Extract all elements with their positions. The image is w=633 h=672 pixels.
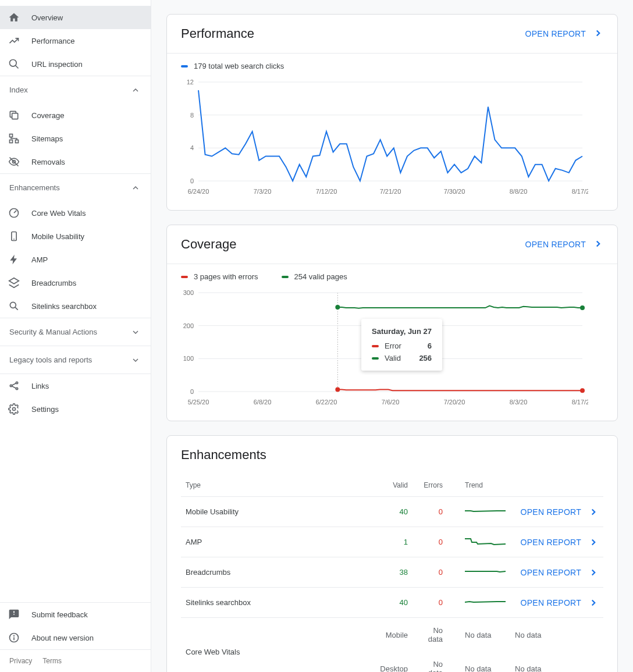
- svg-text:7/3/20: 7/3/20: [254, 188, 272, 195]
- svg-text:7/21/20: 7/21/20: [380, 188, 401, 195]
- svg-text:7/6/20: 7/6/20: [382, 399, 400, 406]
- coverage-tooltip: Saturday, Jun 27 Error 6 Valid 256: [361, 319, 442, 371]
- bolt-icon: [8, 254, 20, 265]
- enhancements-table: Type Valid Errors Trend Mobile Usability…: [181, 474, 603, 672]
- table-row: Core Web Vitals Mobile No data No data N…: [181, 618, 603, 652]
- tooltip-error-label: Error: [385, 342, 401, 350]
- trending-up-icon: [8, 35, 20, 47]
- svg-text:6/22/20: 6/22/20: [316, 399, 337, 406]
- open-report-performance-button[interactable]: OPEN REPORT: [525, 28, 603, 40]
- sidebar-item-label: Breadcrumbs: [31, 279, 76, 287]
- svg-line-1: [16, 66, 19, 69]
- open-report-enh-button[interactable]: OPEN REPORT: [515, 507, 599, 517]
- col-trend: Trend: [447, 474, 510, 497]
- sidebar-item-sitemaps[interactable]: Sitemaps: [0, 127, 151, 150]
- col-type: Type: [181, 474, 375, 497]
- performance-legend-clicks: 179 total web search clicks: [181, 62, 284, 70]
- coverage-card: Coverage OPEN REPORT 3 pages with errors…: [166, 225, 618, 421]
- sidebar-item-mobile-usability[interactable]: Mobile Usability: [0, 225, 151, 248]
- sidebar-section-legacy[interactable]: Legacy tools and reports: [0, 346, 151, 374]
- speed-icon: [8, 207, 20, 219]
- svg-line-17: [12, 383, 16, 385]
- sidebar-item-label: Overview: [31, 13, 63, 22]
- enhancements-card: Enhancements Type Valid Errors Trend Mob…: [166, 435, 618, 672]
- sidebar-item-settings[interactable]: Settings: [0, 397, 151, 421]
- sidebar-item-core-web-vitals[interactable]: Core Web Vitals: [0, 201, 151, 225]
- sidebar-section-index[interactable]: Index: [0, 76, 151, 104]
- svg-text:8/17/20: 8/17/20: [572, 188, 588, 195]
- open-report-enh-button[interactable]: OPEN REPORT: [515, 537, 599, 547]
- svg-rect-2: [12, 113, 18, 119]
- svg-text:7/12/20: 7/12/20: [316, 188, 337, 195]
- coverage-legend-errors: 3 pages with errors: [181, 272, 258, 281]
- svg-text:300: 300: [183, 289, 194, 296]
- cwv-nodata: No data: [412, 652, 447, 672]
- svg-text:8: 8: [190, 112, 194, 119]
- performance-card-title: Performance: [181, 26, 254, 41]
- svg-text:6/8/20: 6/8/20: [254, 399, 272, 406]
- svg-point-0: [10, 60, 17, 67]
- privacy-link[interactable]: Privacy: [9, 657, 32, 665]
- cwv-platform: Mobile: [375, 618, 412, 652]
- cwv-nodata: No data: [412, 618, 447, 652]
- cwv-nodata: No data: [510, 652, 603, 672]
- sidebar-item-label: Settings: [31, 405, 59, 414]
- sidebar-item-label: Sitemaps: [31, 134, 63, 143]
- sidebar-item-label: Removals: [31, 158, 65, 166]
- sidebar-item-coverage[interactable]: Coverage: [0, 104, 151, 127]
- legend-label: 254 valid pages: [294, 272, 347, 281]
- sidebar-item-overview[interactable]: Overview: [0, 6, 151, 29]
- open-report-coverage-button[interactable]: OPEN REPORT: [525, 239, 603, 251]
- chevron-right-icon: [593, 28, 603, 40]
- sidebar-item-submit-feedback[interactable]: Submit feedback: [0, 603, 151, 626]
- tooltip-valid-label: Valid: [385, 354, 401, 362]
- svg-text:0: 0: [190, 388, 194, 395]
- layers-icon: [8, 277, 20, 289]
- sidebar-item-removals[interactable]: Removals: [0, 150, 151, 173]
- chevron-down-icon: [130, 326, 141, 338]
- sidebar-item-about-new-version[interactable]: About new version: [0, 626, 151, 649]
- sidebar-section-enhancements[interactable]: Enhancements: [0, 173, 151, 201]
- open-report-enh-button[interactable]: OPEN REPORT: [515, 567, 599, 578]
- sidebar-section-security[interactable]: Security & Manual Actions: [0, 318, 151, 346]
- sidebar-item-label: Submit feedback: [31, 610, 88, 619]
- enh-trend: [447, 588, 510, 618]
- col-errors: Errors: [412, 474, 447, 497]
- sidebar-item-breadcrumbs[interactable]: Breadcrumbs: [0, 271, 151, 294]
- svg-text:12: 12: [187, 79, 194, 86]
- sidebar: Overview Performance URL inspection Inde…: [0, 0, 151, 672]
- svg-point-56: [335, 387, 340, 392]
- sidebar-item-performance[interactable]: Performance: [0, 29, 151, 52]
- table-row: Sitelinks searchbox 40 0 OPEN REPORT: [181, 588, 603, 618]
- svg-point-22: [14, 635, 15, 636]
- svg-point-54: [335, 305, 340, 310]
- copy-icon: [8, 109, 20, 121]
- terms-link[interactable]: Terms: [42, 657, 62, 665]
- svg-text:200: 200: [183, 322, 194, 329]
- sidebar-item-sitelinks-searchbox[interactable]: Sitelinks searchbox: [0, 294, 151, 318]
- table-row: AMP 1 0 OPEN REPORT: [181, 527, 603, 557]
- enh-valid: 1: [375, 527, 412, 557]
- svg-point-14: [10, 385, 12, 386]
- sidebar-item-amp[interactable]: AMP: [0, 248, 151, 271]
- sidebar-item-label: About new version: [31, 634, 94, 642]
- section-title: Index: [9, 86, 28, 94]
- legend-label: 3 pages with errors: [194, 272, 258, 281]
- enh-errors: 0: [412, 527, 447, 557]
- sitemap-icon: [8, 133, 20, 144]
- section-title: Security & Manual Actions: [9, 328, 97, 336]
- sidebar-item-url-inspection[interactable]: URL inspection: [0, 52, 151, 76]
- open-report-enh-button[interactable]: OPEN REPORT: [515, 598, 599, 608]
- sidebar-item-links[interactable]: Links: [0, 374, 151, 397]
- svg-text:8/8/20: 8/8/20: [510, 188, 528, 195]
- coverage-card-title: Coverage: [181, 237, 236, 252]
- home-icon: [8, 12, 20, 23]
- sidebar-item-label: URL inspection: [31, 60, 83, 69]
- cwv-nodata: No data: [447, 618, 510, 652]
- enh-valid: 40: [375, 588, 412, 618]
- svg-text:4: 4: [190, 144, 194, 151]
- svg-point-57: [580, 388, 585, 393]
- enh-type: Mobile Usability: [181, 497, 375, 527]
- enh-type: Sitelinks searchbox: [181, 588, 375, 618]
- chevron-up-icon: [130, 84, 141, 96]
